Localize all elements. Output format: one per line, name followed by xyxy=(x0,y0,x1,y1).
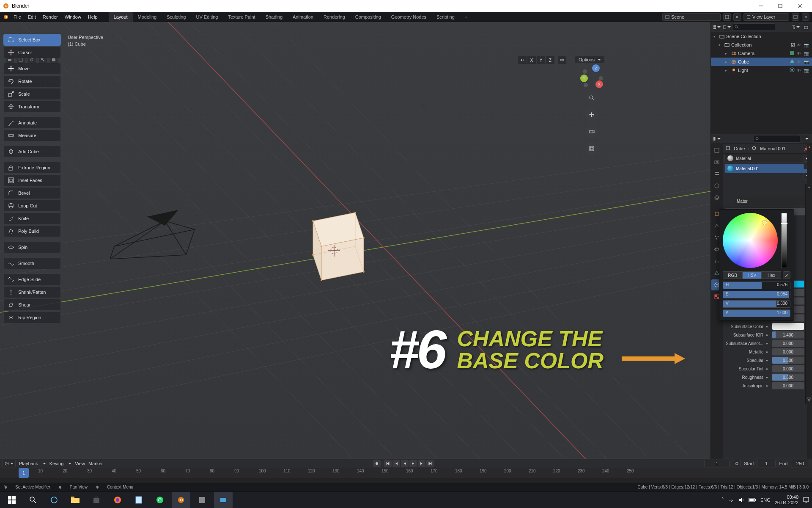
start-button[interactable] xyxy=(3,492,21,508)
workspace-tab[interactable]: Geometry Nodes xyxy=(386,12,431,22)
delete-viewlayer-button[interactable]: × xyxy=(802,13,809,21)
eye-icon[interactable]: 👁 xyxy=(796,51,802,56)
node-socket-icon[interactable]: ● xyxy=(766,342,769,345)
tool-bevel[interactable]: Bevel xyxy=(3,187,61,199)
jump-end-icon[interactable] xyxy=(426,460,434,467)
material-slot[interactable]: Material.001 xyxy=(724,164,810,173)
zoom-icon[interactable] xyxy=(585,91,598,104)
autokey-icon[interactable] xyxy=(373,460,381,467)
workspace-tab[interactable]: Shading xyxy=(261,12,288,22)
tool-edge-slide[interactable]: Edge Slide xyxy=(3,273,61,285)
whatsapp-icon[interactable] xyxy=(151,492,169,508)
tool-inset-faces[interactable]: Inset Faces xyxy=(3,174,61,186)
eyedropper-icon[interactable] xyxy=(783,271,790,279)
render-icon[interactable]: 📷 xyxy=(804,51,809,56)
new-collection-icon[interactable] xyxy=(802,23,810,31)
editor-type-icon[interactable] xyxy=(713,135,721,143)
subsurface-color-swatch[interactable] xyxy=(772,323,804,330)
tool-annotate[interactable]: Annotate xyxy=(3,117,61,129)
display-mode-icon[interactable] xyxy=(723,23,731,31)
maximize-button[interactable] xyxy=(771,0,790,12)
store-icon[interactable] xyxy=(87,492,106,508)
material-slot[interactable]: Material xyxy=(724,154,810,163)
material-selector[interactable]: Materi xyxy=(723,195,812,207)
collection-label[interactable]: Collection xyxy=(731,42,790,47)
close-button[interactable] xyxy=(790,0,809,12)
tool-knife[interactable]: Knife xyxy=(3,213,61,224)
expand-icon[interactable]: ▾ xyxy=(719,43,724,47)
scroll-up-icon[interactable]: ▴ xyxy=(806,185,812,191)
tool-add-cube[interactable]: Add Cube xyxy=(3,146,61,157)
start-frame-input[interactable]: 1 xyxy=(757,460,776,467)
camera-view-icon[interactable] xyxy=(585,125,598,138)
render-icon[interactable]: 📷 xyxy=(804,68,809,73)
workspace-tab[interactable]: Scripting xyxy=(431,12,460,22)
filter-funnel-icon[interactable] xyxy=(807,398,811,404)
menu-window[interactable]: Window xyxy=(61,12,85,22)
camera-object[interactable] xyxy=(110,204,203,263)
language-indicator[interactable]: ENG xyxy=(760,497,771,502)
v-slider[interactable]: V0.800 xyxy=(723,300,790,308)
tab-output-icon[interactable] xyxy=(711,157,722,168)
tool-transform[interactable]: Transform xyxy=(3,101,61,113)
search-button[interactable] xyxy=(24,492,42,508)
tab-render-icon[interactable] xyxy=(711,145,722,156)
s-slider[interactable]: S0.984 xyxy=(723,291,790,298)
scene-selector[interactable]: Scene xyxy=(662,13,721,21)
marker-menu[interactable]: Marker xyxy=(88,461,103,466)
tool-extrude-region[interactable]: Extrude Region xyxy=(3,162,61,174)
new-scene-button[interactable] xyxy=(723,13,731,21)
eye-icon[interactable]: 👁 xyxy=(796,68,802,73)
tab-viewlayer-icon[interactable] xyxy=(711,168,722,179)
eye-icon[interactable]: 👁 xyxy=(796,43,802,47)
workspace-tab[interactable]: UV Editing xyxy=(191,12,223,22)
outliner-item-cube[interactable]: ▸ Cube 👁📷 xyxy=(711,58,812,66)
editor-type-icon[interactable] xyxy=(713,23,721,31)
render-icon[interactable]: 📷 xyxy=(804,60,809,64)
play-reverse-icon[interactable] xyxy=(401,460,409,467)
end-frame-input[interactable]: 250 xyxy=(791,460,809,467)
perspective-icon[interactable] xyxy=(585,142,598,155)
tool-move[interactable]: Move xyxy=(3,63,61,75)
cube-object[interactable] xyxy=(292,204,376,289)
color-picker[interactable]: RGB HSV Hex H0.576 S0.984 V0.800 A1.000 xyxy=(719,209,794,321)
delete-scene-button[interactable]: × xyxy=(733,13,741,21)
new-viewlayer-button[interactable] xyxy=(792,13,799,21)
node-socket-icon[interactable]: ● xyxy=(766,359,769,362)
timeline[interactable]: Playback Keying View Marker 1 Start 1 En… xyxy=(0,459,812,478)
app-icon[interactable] xyxy=(193,492,211,508)
workspace-tab[interactable]: Modeling xyxy=(133,12,162,22)
tool-spin[interactable]: Spin xyxy=(3,241,61,253)
tool-measure[interactable]: Measure xyxy=(3,130,61,141)
outliner-item-light[interactable]: ▸ Light 👁📷 xyxy=(711,66,812,75)
preview-range-icon[interactable] xyxy=(733,460,741,467)
add-workspace-button[interactable]: + xyxy=(460,12,472,22)
windows-taskbar[interactable]: ˄ ENG 00:40 26-04-2022 xyxy=(0,491,812,508)
menu-file[interactable]: File xyxy=(10,12,25,22)
eye-icon[interactable]: 👁 xyxy=(796,60,802,64)
play-icon[interactable] xyxy=(409,460,417,467)
h-slider[interactable]: H0.576 xyxy=(723,282,790,289)
tool-cursor[interactable]: Cursor xyxy=(3,47,61,58)
tool-shrink-fatten[interactable]: Shrink/Fatten xyxy=(3,286,61,298)
options-icon[interactable] xyxy=(802,135,810,143)
expand-icon[interactable]: ▸ xyxy=(725,52,730,55)
tab-scene-icon[interactable] xyxy=(711,180,722,191)
outliner[interactable]: ▾ Scene Collection ▾ Collection ☑ 👁📷 ▸ C… xyxy=(711,32,812,134)
notepad-icon[interactable] xyxy=(129,492,148,508)
expand-icon[interactable]: ▸ xyxy=(725,69,730,72)
playhead[interactable]: 1 xyxy=(19,468,29,478)
expand-icon[interactable]: ▾ xyxy=(713,35,719,39)
value-slider[interactable] xyxy=(781,213,787,268)
blender-taskbar-icon[interactable] xyxy=(172,492,190,508)
workspace-tab[interactable]: Rendering xyxy=(318,12,350,22)
viewlayer-selector[interactable]: View Layer xyxy=(743,13,789,21)
tool-scale[interactable]: Scale xyxy=(3,88,61,100)
jump-start-icon[interactable] xyxy=(384,460,392,467)
cortana-icon[interactable] xyxy=(45,492,63,508)
light-object[interactable] xyxy=(417,100,430,113)
tab-world-icon[interactable] xyxy=(711,192,722,203)
firefox-icon[interactable] xyxy=(108,492,127,508)
explorer-icon[interactable] xyxy=(66,492,85,508)
minimize-button[interactable] xyxy=(751,0,771,12)
